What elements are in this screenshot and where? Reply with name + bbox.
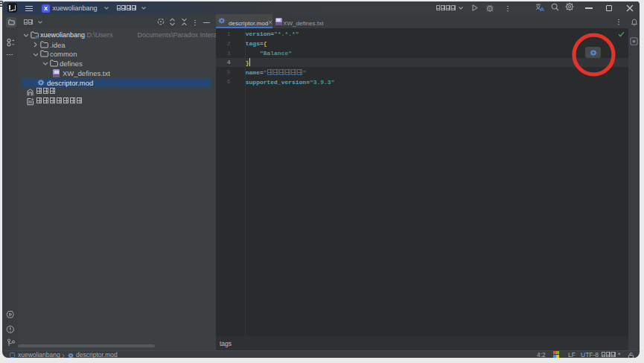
svg-text:A: A — [540, 6, 544, 12]
